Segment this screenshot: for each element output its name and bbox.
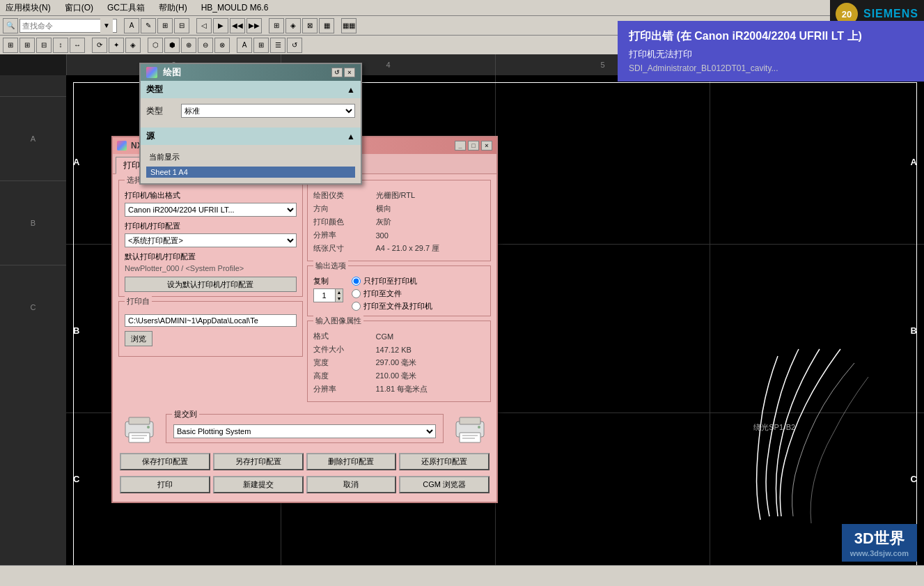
printer-format-select[interactable]: Canon iR2004/2204 UFRII LT... [125, 203, 297, 217]
cgm-browser-btn[interactable]: CGM 浏览器 [399, 476, 490, 493]
tb-grid-btn[interactable]: ▦▦ [341, 18, 357, 33]
tb2-btn-4[interactable]: ↕ [53, 38, 68, 53]
svg-rect-11 [462, 438, 475, 439]
tb2-btn-17[interactable]: ↺ [287, 38, 302, 53]
menu-hb-mould[interactable]: HB_MOULD M6.6 [198, 1, 272, 14]
spin-up[interactable]: ▲ [335, 289, 343, 295]
copy-label: 复制 [313, 276, 344, 286]
source-section-header[interactable]: 源 ▲ [141, 128, 361, 145]
radio-to-file-input[interactable] [352, 289, 361, 298]
tb-btn-3[interactable]: ⊞ [157, 18, 173, 33]
paper-size-label: 纸张尺寸 [313, 243, 376, 254]
new-submit-btn[interactable]: 新建提交 [213, 476, 304, 493]
watermark-url: www.3dsjw.com [850, 549, 909, 557]
menu-window[interactable]: 窗口(O) [62, 1, 96, 15]
search-box[interactable]: ▼ [19, 19, 117, 33]
draw-popup: 绘图 ↺ × 类型 ▲ 类型 标准 源 ▲ 当前显示 Sheet 1 A4 [139, 63, 362, 185]
tb-btn-8[interactable]: ▶▶ [246, 18, 262, 33]
printer-svg-right [453, 412, 487, 445]
tb2-btn-7[interactable]: ✦ [109, 38, 124, 53]
tb-btn-9[interactable]: ⊞ [269, 18, 284, 33]
menu-help[interactable]: 帮助(H) [156, 1, 190, 15]
tb2-btn-16[interactable]: ☰ [270, 38, 285, 53]
menu-gctoolbox[interactable]: GC工具箱 [104, 1, 148, 15]
radio-print-only-input[interactable] [352, 277, 361, 286]
tb2-btn-2[interactable]: ⊞ [19, 38, 35, 53]
tb2-btn-13[interactable]: ⊗ [214, 38, 230, 53]
tb-btn-4[interactable]: ⊟ [174, 18, 189, 33]
type-section-header[interactable]: 类型 ▲ [141, 81, 361, 98]
direction-label: 方向 [313, 203, 376, 214]
type-select[interactable]: 标准 [181, 104, 355, 118]
print-from-title: 打印自 [125, 296, 152, 307]
error-subtitle: 打印机无法打印 [629, 48, 913, 61]
radio-print-only-label: 只打印至打印机 [363, 276, 417, 286]
tb2-btn-5[interactable]: ↔ [70, 38, 85, 53]
tb2-btn-10[interactable]: ⬢ [164, 38, 180, 53]
tb2-btn-6[interactable]: ⟳ [92, 38, 107, 53]
save-as-config-btn[interactable]: 另存打印配置 [213, 453, 304, 470]
radio-print-only[interactable]: 只打印至打印机 [352, 276, 432, 286]
right-col: 当前设置 绘图仪类 光栅图/RTL 方向 横向 打印颜色 灰阶 [307, 180, 492, 406]
current-display-option[interactable]: 当前显示 [146, 151, 355, 164]
tb-btn-10[interactable]: ◈ [285, 18, 301, 33]
printer-config-select[interactable]: <系统打印配置> [125, 233, 297, 247]
dialog-minimize[interactable]: _ [455, 141, 466, 151]
dpi-value: 11.81 每毫米点 [376, 384, 485, 394]
tb2-btn-9[interactable]: ⬡ [148, 38, 163, 53]
draw-popup-refresh[interactable]: ↺ [331, 68, 343, 77]
row-ruler: A B C [0, 75, 66, 586]
tb2-btn-15[interactable]: ⊞ [253, 38, 269, 53]
submit-select[interactable]: Basic Plotting System [173, 424, 436, 438]
printer-svg-left [122, 412, 157, 445]
type-row: 类型 标准 [146, 104, 355, 118]
tb-btn-7[interactable]: ◀◀ [230, 18, 245, 33]
type-section-body: 类型 标准 [141, 98, 361, 128]
delete-config-btn[interactable]: 删除打印配置 [306, 453, 397, 470]
search-input[interactable] [20, 22, 100, 30]
save-config-btn[interactable]: 保存打印配置 [120, 453, 210, 470]
radio-both-input[interactable] [352, 302, 361, 311]
spin-down[interactable]: ▼ [335, 295, 343, 302]
draw-popup-close[interactable]: × [344, 68, 355, 77]
draw-type-label: 绘图仪类 [313, 190, 376, 201]
error-detail: SDI_Administrator_BL012DT01_cavity... [629, 63, 913, 73]
dialog-maximize[interactable]: □ [468, 141, 479, 151]
menubar: 应用模块(N) 窗口(O) GC工具箱 帮助(H) HB_MOULD M6.6 [0, 0, 924, 15]
radio-print-both[interactable]: 打印至文件及打印机 [352, 301, 432, 311]
menu-appmodule[interactable]: 应用模块(N) [3, 1, 54, 15]
search-go-btn[interactable]: ▼ [100, 18, 113, 33]
tb-btn-2[interactable]: ✎ [141, 18, 156, 33]
tb-btn-11[interactable]: ⊠ [302, 18, 318, 33]
tb2-btn-8[interactable]: ◈ [125, 38, 141, 53]
tb2-btn-11[interactable]: ⊕ [181, 38, 196, 53]
dialog-close[interactable]: × [481, 141, 492, 151]
tb-btn-6[interactable]: ▶ [213, 18, 228, 33]
svg-rect-1 [129, 417, 150, 424]
filesize-value: 147.12 KB [376, 346, 485, 354]
copy-input[interactable] [314, 291, 335, 300]
copy-spinner: ▲ ▼ [313, 288, 344, 302]
restore-config-btn[interactable]: 还原打印配置 [399, 453, 490, 470]
tb-search-btn[interactable]: 🔍 [3, 18, 18, 33]
sheet1-option[interactable]: Sheet 1 A4 [146, 167, 355, 178]
cancel-btn[interactable]: 取消 [306, 476, 397, 493]
direction-value: 横向 [376, 203, 485, 214]
browse-btn[interactable]: 浏览 [125, 331, 152, 346]
dialog-icon [117, 141, 127, 151]
set-default-btn[interactable]: 设为默认打印机/打印配置 [125, 277, 297, 292]
radio-print-to-file[interactable]: 打印至文件 [352, 288, 432, 299]
filesize-row: 文件大小 147.12 KB [313, 344, 485, 355]
tb2-btn-3[interactable]: ⊟ [36, 38, 52, 53]
draw-type-value: 光栅图/RTL [376, 190, 485, 201]
image-attrs-title: 输入图像属性 [313, 316, 363, 326]
tb2-btn-1[interactable]: ⊞ [3, 38, 18, 53]
tb2-btn-14[interactable]: A [237, 38, 252, 53]
print-btn[interactable]: 打印 [120, 476, 210, 493]
tb-btn-1[interactable]: A [124, 18, 139, 33]
tb-btn-12[interactable]: ▦ [319, 18, 334, 33]
dialog-body: 选择打印机/打印配置 打印机/输出格式 Canon iR2004/2204 UF… [113, 174, 496, 502]
curve-drawing [680, 335, 889, 530]
tb-btn-5[interactable]: ◁ [196, 18, 212, 33]
tb2-btn-12[interactable]: ⊖ [198, 38, 213, 53]
